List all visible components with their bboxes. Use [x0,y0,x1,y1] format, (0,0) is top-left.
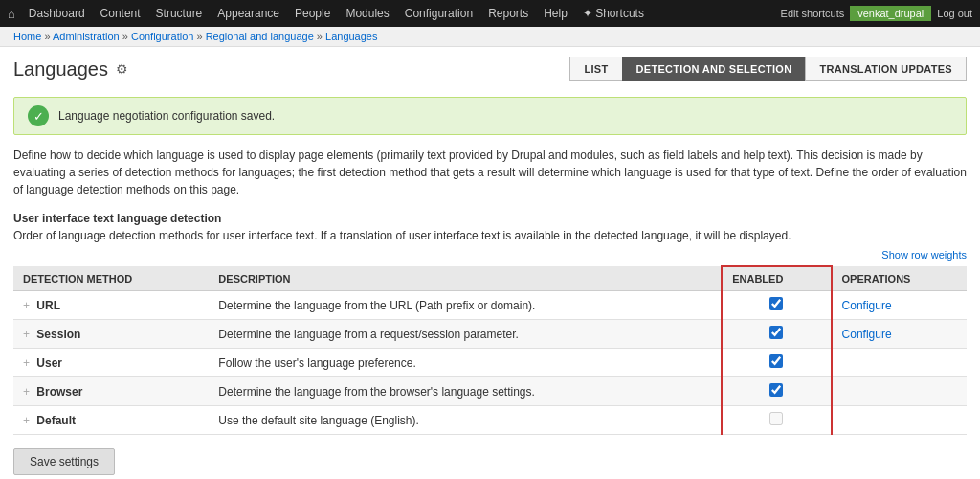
description-cell: Follow the user's language preference. [209,349,722,377]
enabled-cell [722,377,831,406]
description-cell: Use the default site language (English). [209,406,722,435]
logout-button[interactable]: Log out [937,8,972,19]
breadcrumb: Home » Administration » Configuration » … [0,27,980,47]
nav-shortcuts[interactable]: ✦ Shortcuts [575,0,652,27]
enabled-cell [722,320,831,349]
operations-cell: Configure [832,320,967,349]
show-row-weights-link[interactable]: Show row weights [881,249,967,261]
right-actions: Edit shortcuts venkat_drupal Log out [781,6,972,21]
operations-cell: Configure [832,291,967,320]
drag-handle-icon[interactable]: + [23,328,30,341]
enabled-checkbox[interactable] [769,326,783,339]
enabled-checkbox[interactable] [769,354,783,368]
description-cell: Determine the language from the browser'… [209,377,722,406]
th-detection-method: DETECTION METHOD [13,266,209,291]
drag-handle-icon[interactable]: + [23,414,30,427]
configure-link[interactable]: Configure [842,328,892,341]
tab-translation[interactable]: TRANSLATION UPDATES [805,57,967,81]
breadcrumb-regional[interactable]: Regional and language [206,31,314,42]
nav-dashboard[interactable]: Dashboard [21,0,93,27]
drag-handle-icon[interactable]: + [23,385,30,399]
page-title: Languages ⚙ [13,58,128,80]
section-heading: User interface text language detection [13,212,967,225]
section-subtext: Order of language detection methods for … [13,229,967,242]
enabled-checkbox[interactable] [769,383,783,397]
enabled-cell [722,349,831,377]
method-cell: + Session [13,320,209,349]
page-header: Languages ⚙ LIST DETECTION AND SELECTION… [0,47,980,87]
drag-handle-icon[interactable]: + [23,356,30,370]
success-message: ✓ Language negotiation configuration sav… [13,97,967,135]
operations-cell [832,406,967,435]
enabled-checkbox-disabled [769,412,783,425]
success-icon: ✓ [28,105,49,126]
breadcrumb-sep3: » [196,31,205,42]
table-row: + Browser Determine the language from th… [13,377,967,406]
breadcrumb-sep2: » [122,31,131,42]
th-enabled: ENABLED [722,266,831,291]
nav-structure[interactable]: Structure [148,0,211,27]
nav-help[interactable]: Help [536,0,575,27]
method-cell: + Browser [13,377,209,406]
nav-configuration[interactable]: Configuration [397,0,480,27]
table-row: + URL Determine the language from the UR… [13,291,967,320]
method-name: Browser [36,385,82,399]
save-settings-button[interactable]: Save settings [13,448,115,475]
method-name: Default [36,414,76,427]
method-name: URL [36,299,60,312]
th-description: DESCRIPTION [209,266,722,291]
nav-items: Dashboard Content Structure Appearance P… [21,0,781,27]
gear-icon[interactable]: ⚙ [116,61,128,77]
table-row: + User Follow the user's language prefer… [13,349,967,377]
main-content: ✓ Language negotiation configuration sav… [0,87,980,479]
description-cell: Determine the language from a request/se… [209,320,722,349]
breadcrumb-sep4: » [317,31,325,42]
success-text: Language negotiation configuration saved… [58,109,275,123]
nav-appearance[interactable]: Appearance [210,0,287,27]
operations-cell [832,377,967,406]
edit-shortcuts-link[interactable]: Edit shortcuts [781,8,845,19]
enabled-cell [722,291,831,320]
user-badge[interactable]: venkat_drupal [850,6,931,21]
row-weights-container: Show row weights [13,248,967,262]
nav-modules[interactable]: Modules [338,0,396,27]
configure-link[interactable]: Configure [842,299,892,312]
operations-cell [832,349,967,377]
nav-people[interactable]: People [287,0,338,27]
method-name: User [36,356,62,370]
table-row: + Default Use the default site language … [13,406,967,435]
method-cell: + Default [13,406,209,435]
method-cell: + User [13,349,209,377]
enabled-checkbox[interactable] [769,297,783,310]
description-text: Define how to decide which language is u… [13,147,967,198]
breadcrumb-languages[interactable]: Languages [325,31,377,42]
nav-reports[interactable]: Reports [480,0,536,27]
method-name: Session [36,328,80,341]
table-row: + Session Determine the language from a … [13,320,967,349]
page-title-text: Languages [13,58,108,80]
tab-list[interactable]: LIST [569,57,622,81]
home-icon[interactable]: ⌂ [8,7,15,21]
breadcrumb-home[interactable]: Home [13,31,41,42]
drag-handle-icon[interactable]: + [23,299,30,312]
enabled-cell [722,406,831,435]
breadcrumb-config[interactable]: Configuration [131,31,193,42]
breadcrumb-admin[interactable]: Administration [53,31,120,42]
save-area: Save settings [13,435,967,475]
detection-table: DETECTION METHOD DESCRIPTION ENABLED OPE… [13,265,967,435]
top-navigation: ⌂ Dashboard Content Structure Appearance… [0,0,980,27]
tab-group: LIST DETECTION AND SELECTION TRANSLATION… [570,57,967,81]
nav-content[interactable]: Content [93,0,148,27]
description-cell: Determine the language from the URL (Pat… [209,291,722,320]
method-cell: + URL [13,291,209,320]
breadcrumb-sep: » [44,31,53,42]
th-operations: OPERATIONS [832,266,967,291]
tab-detection[interactable]: DETECTION AND SELECTION [622,57,807,81]
